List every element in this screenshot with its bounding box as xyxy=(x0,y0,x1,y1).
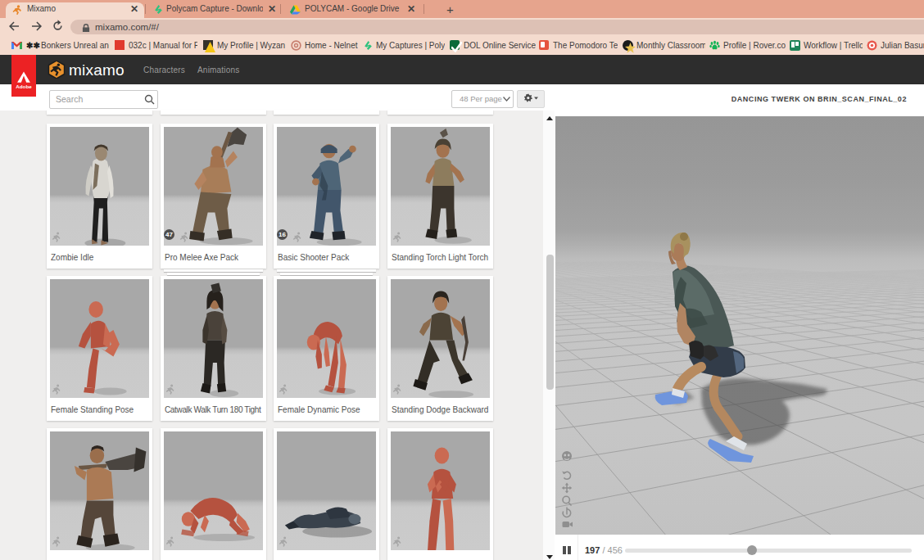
svg-text:Adobe: Adobe xyxy=(16,84,32,89)
